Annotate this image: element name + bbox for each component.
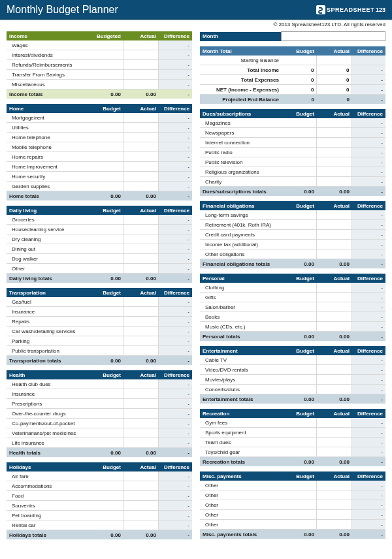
- cell-actual[interactable]: [317, 167, 352, 177]
- cell-budget[interactable]: [282, 365, 317, 375]
- cell-budget[interactable]: [88, 225, 123, 234]
- cell-budget[interactable]: [282, 230, 317, 240]
- cell-budget[interactable]: [88, 244, 123, 254]
- cell-actual[interactable]: [123, 234, 159, 244]
- cell-budget[interactable]: [88, 172, 123, 182]
- cell-budget[interactable]: [88, 152, 123, 162]
- cell-actual[interactable]: [317, 418, 352, 428]
- cell-budget[interactable]: [282, 148, 317, 157]
- cell-budget[interactable]: [88, 336, 123, 346]
- cell-actual[interactable]: [123, 389, 159, 399]
- cell-budget[interactable]: [88, 501, 123, 511]
- cell-budget[interactable]: [282, 249, 317, 259]
- cell-budget[interactable]: [282, 375, 317, 385]
- cell-actual[interactable]: [317, 481, 352, 490]
- cell-budget[interactable]: [88, 471, 123, 481]
- cell-budget[interactable]: [282, 510, 317, 520]
- cell-budget[interactable]: [88, 162, 123, 172]
- cell-actual[interactable]: [123, 264, 159, 274]
- cell-budget[interactable]: [282, 240, 317, 249]
- cell-budget[interactable]: [282, 128, 317, 138]
- cell-budget[interactable]: [88, 297, 123, 307]
- month-input[interactable]: [282, 32, 385, 41]
- cell-budget[interactable]: [88, 234, 123, 244]
- cell-actual[interactable]: [123, 152, 159, 162]
- cell-budget[interactable]: [88, 399, 123, 409]
- cell-budget[interactable]: [88, 346, 123, 356]
- cell-budget[interactable]: [88, 409, 123, 419]
- cell-budget[interactable]: [282, 167, 317, 177]
- cell-budget[interactable]: [88, 428, 123, 438]
- cell-actual[interactable]: [123, 50, 159, 60]
- cell-actual[interactable]: [317, 210, 352, 220]
- cell-budget[interactable]: [88, 389, 123, 399]
- cell-actual[interactable]: [123, 297, 159, 307]
- cell-budget[interactable]: [88, 60, 123, 70]
- cell-budget[interactable]: [282, 428, 317, 438]
- cell-budget[interactable]: [88, 438, 123, 448]
- cell-actual[interactable]: [123, 182, 159, 191]
- cell-actual[interactable]: [317, 249, 352, 259]
- cell-budget[interactable]: [282, 500, 317, 510]
- cell-budget[interactable]: [282, 210, 317, 220]
- cell-budget[interactable]: [282, 293, 317, 302]
- cell-actual[interactable]: [317, 177, 352, 187]
- cell-actual[interactable]: [123, 419, 159, 428]
- cell-budget[interactable]: [88, 317, 123, 327]
- cell-budget[interactable]: [88, 80, 123, 89]
- cell-actual[interactable]: [123, 491, 159, 501]
- cell-actual[interactable]: [317, 438, 352, 447]
- cell-actual[interactable]: [123, 162, 159, 172]
- cell-actual[interactable]: [123, 511, 159, 520]
- cell-budget[interactable]: [88, 379, 123, 389]
- cell-budget[interactable]: [88, 327, 123, 336]
- cell-actual[interactable]: [317, 302, 352, 312]
- cell-budget[interactable]: [88, 50, 123, 60]
- cell-actual[interactable]: [123, 40, 159, 50]
- cell-budget[interactable]: [88, 142, 123, 152]
- cell-actual[interactable]: [317, 118, 352, 128]
- cell-actual[interactable]: [317, 240, 352, 249]
- cell-budget[interactable]: [282, 438, 317, 447]
- cell-budget[interactable]: [88, 264, 123, 274]
- cell-budget[interactable]: [282, 220, 317, 230]
- cell-actual[interactable]: [317, 322, 352, 332]
- cell-actual[interactable]: [123, 172, 159, 182]
- cell-actual[interactable]: [123, 60, 159, 70]
- cell-budget[interactable]: [88, 307, 123, 317]
- cell-actual[interactable]: [123, 520, 159, 530]
- cell-actual[interactable]: [317, 447, 352, 457]
- cell-actual[interactable]: [123, 471, 159, 481]
- cell-budget[interactable]: [88, 182, 123, 191]
- cell-actual[interactable]: [317, 312, 352, 322]
- cell-budget[interactable]: [282, 520, 317, 530]
- cell-actual[interactable]: [123, 336, 159, 346]
- cell-actual[interactable]: [123, 428, 159, 438]
- cell-actual[interactable]: [123, 70, 159, 80]
- cell-actual[interactable]: [317, 220, 352, 230]
- cell-actual[interactable]: [123, 307, 159, 317]
- cell-budget[interactable]: [282, 177, 317, 187]
- cell-actual[interactable]: [317, 230, 352, 240]
- cell-budget[interactable]: [282, 490, 317, 500]
- cell-actual[interactable]: [123, 244, 159, 254]
- cell-actual[interactable]: [123, 215, 159, 225]
- cell-actual[interactable]: [317, 293, 352, 302]
- cell-actual[interactable]: [123, 399, 159, 409]
- cell-actual[interactable]: [123, 438, 159, 448]
- cell-budget[interactable]: [282, 355, 317, 365]
- cell-actual[interactable]: [123, 409, 159, 419]
- cell-budget[interactable]: [282, 322, 317, 332]
- cell-budget[interactable]: [88, 254, 123, 264]
- cell-budget[interactable]: [88, 215, 123, 225]
- cell-actual[interactable]: [123, 327, 159, 336]
- cell-actual[interactable]: [123, 80, 159, 89]
- cell-actual[interactable]: [123, 113, 159, 123]
- cell-actual[interactable]: [123, 123, 159, 133]
- cell-budget[interactable]: [282, 312, 317, 322]
- cell-actual[interactable]: [123, 379, 159, 389]
- cell-budget[interactable]: [88, 491, 123, 501]
- cell-budget[interactable]: [282, 418, 317, 428]
- cell-budget[interactable]: [88, 113, 123, 123]
- cell-actual[interactable]: [317, 385, 352, 394]
